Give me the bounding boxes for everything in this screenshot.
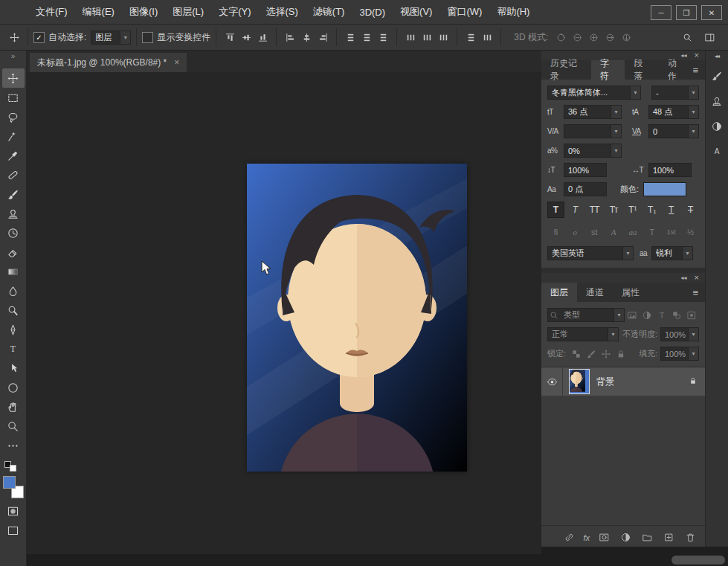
filter-pixel-layers-button[interactable]	[625, 309, 640, 322]
distribute-horizontal-spacing-icon[interactable]	[479, 29, 495, 45]
layer-row-background[interactable]: 背景	[541, 367, 705, 396]
leading-dropdown[interactable]: 48 点 ▾	[648, 105, 699, 119]
vertical-scale-field[interactable]: 100%	[564, 163, 607, 177]
filter-smart-objects-button[interactable]	[684, 309, 699, 322]
panel-menu-icon[interactable]: ≡	[692, 60, 705, 80]
search-icon[interactable]	[679, 29, 695, 45]
auto-select-checkbox[interactable]: ✓	[33, 32, 45, 43]
show-transform-checkbox[interactable]	[142, 32, 153, 43]
new-adjustment-layer-button[interactable]	[618, 531, 633, 544]
lock-image-pixels-button[interactable]	[584, 347, 599, 361]
move-tool[interactable]	[2, 68, 25, 88]
menu-view[interactable]: 视图(V)	[393, 0, 439, 25]
text-color-swatch[interactable]	[643, 182, 686, 196]
menu-window[interactable]: 窗口(W)	[439, 0, 489, 25]
fill-dropdown[interactable]: 100% ▾	[660, 347, 699, 361]
lock-all-button[interactable]	[613, 347, 628, 361]
document-image[interactable]	[247, 164, 467, 472]
small-caps-button[interactable]: Tᴛ	[605, 202, 622, 218]
quick-mask-button[interactable]	[2, 501, 25, 521]
scale-3d-icon[interactable]	[618, 29, 634, 45]
new-group-button[interactable]	[640, 531, 654, 544]
layer-thumbnail[interactable]	[569, 369, 590, 394]
delete-layer-button[interactable]	[683, 531, 698, 544]
panel-menu-icon[interactable]: ≡	[692, 283, 705, 302]
document-tab[interactable]: 未标题-1.jpg @ 100%(RGB/8#) * ×	[30, 53, 187, 72]
clone-stamp-tool[interactable]	[2, 204, 25, 223]
blend-mode-dropdown[interactable]: 正常 ▾	[547, 327, 619, 341]
brush-settings-panel-icon[interactable]	[711, 70, 723, 85]
workspace-switcher-icon[interactable]	[701, 29, 718, 45]
filter-type-layers-button[interactable]	[654, 309, 669, 322]
font-family-dropdown[interactable]: 冬青黑体简体... ▾	[547, 86, 641, 100]
align-horizontal-centers-icon[interactable]	[298, 29, 315, 45]
healing-brush-tool[interactable]	[2, 165, 25, 184]
foreground-color-swatch[interactable]	[3, 476, 16, 489]
kerning-dropdown[interactable]: ▾	[564, 124, 622, 138]
ellipse-tool[interactable]	[2, 378, 25, 397]
close-tab-icon[interactable]: ×	[174, 57, 179, 68]
swash-button[interactable]: A	[605, 224, 622, 240]
auto-select-target-dropdown[interactable]: 图层 ▾	[91, 30, 131, 45]
distribute-right-icon[interactable]	[435, 29, 451, 45]
tab-character[interactable]: 字符	[591, 60, 625, 80]
language-dropdown[interactable]: 美国英语 ▾	[547, 246, 634, 260]
lock-transparent-pixels-button[interactable]	[569, 347, 584, 361]
character-styles-panel-icon[interactable]	[711, 146, 723, 161]
align-right-icon[interactable]	[315, 29, 331, 45]
tab-layers[interactable]: 图层	[541, 283, 577, 302]
tab-actions[interactable]: 动作	[659, 60, 692, 80]
adjustments-panel-icon[interactable]	[711, 120, 723, 135]
path-selection-tool[interactable]	[2, 358, 25, 378]
pan-3d-icon[interactable]	[585, 29, 602, 45]
distribute-left-icon[interactable]	[402, 29, 419, 45]
font-style-dropdown[interactable]: - ▾	[651, 86, 699, 100]
opacity-dropdown[interactable]: 100% ▾	[660, 327, 699, 341]
menu-3d[interactable]: 3D(D)	[352, 0, 393, 25]
minimize-button[interactable]: ─	[651, 5, 671, 20]
lock-position-button[interactable]	[599, 347, 613, 361]
marquee-tool[interactable]	[2, 88, 25, 107]
distribute-vertical-centers-icon[interactable]	[358, 29, 375, 45]
dock-scrollbar[interactable]	[671, 556, 725, 565]
eraser-tool[interactable]	[2, 242, 25, 262]
underline-button[interactable]: T	[663, 202, 680, 218]
align-left-icon[interactable]	[282, 29, 298, 45]
menu-file[interactable]: 文件(F)	[28, 0, 75, 25]
layer-effects-button[interactable]: fx	[583, 533, 590, 542]
tab-properties[interactable]: 属性	[613, 283, 648, 302]
menu-image[interactable]: 图像(I)	[122, 0, 165, 25]
layer-filter-dropdown[interactable]: 类型 ▾	[547, 308, 625, 322]
toolbar-collapse-button[interactable]: »	[0, 51, 26, 62]
ordinals-button[interactable]: 1st	[663, 224, 680, 240]
new-layer-button[interactable]	[661, 531, 676, 544]
brush-tool[interactable]	[2, 184, 25, 204]
subscript-button[interactable]: T₁	[643, 202, 660, 218]
screen-mode-button[interactable]	[2, 521, 25, 540]
add-layer-mask-button[interactable]	[596, 531, 611, 544]
layer-visibility-toggle[interactable]	[541, 367, 563, 396]
lasso-tool[interactable]	[2, 107, 25, 126]
pen-tool[interactable]	[2, 320, 25, 339]
distribute-top-icon[interactable]	[342, 29, 358, 45]
menu-select[interactable]: 选择(S)	[258, 0, 305, 25]
orbit-3d-icon[interactable]	[553, 29, 569, 45]
roll-3d-icon[interactable]	[569, 29, 585, 45]
color-swatches[interactable]	[3, 476, 24, 498]
discretionary-ligatures-button[interactable]: st	[586, 224, 603, 240]
dodge-tool[interactable]	[2, 300, 25, 320]
clone-source-panel-icon[interactable]	[711, 95, 723, 110]
history-brush-tool[interactable]	[2, 223, 25, 242]
stylistic-alternates-button[interactable]: aa	[625, 224, 642, 240]
ligatures-button[interactable]: fi	[547, 224, 564, 240]
menu-filter[interactable]: 滤镜(T)	[306, 0, 352, 25]
layer-name[interactable]: 背景	[596, 376, 689, 388]
menu-edit[interactable]: 编辑(E)	[75, 0, 122, 25]
align-vertical-centers-icon[interactable]	[238, 29, 254, 45]
horizontal-scale-field[interactable]: 100%	[648, 163, 692, 177]
type-tool[interactable]	[2, 339, 25, 358]
titling-alternates-button[interactable]: T	[643, 224, 660, 240]
contextual-alternates-button[interactable]: o	[567, 224, 584, 240]
gradient-tool[interactable]	[2, 262, 25, 281]
tracking-dropdown[interactable]: 0 ▾	[648, 124, 699, 138]
